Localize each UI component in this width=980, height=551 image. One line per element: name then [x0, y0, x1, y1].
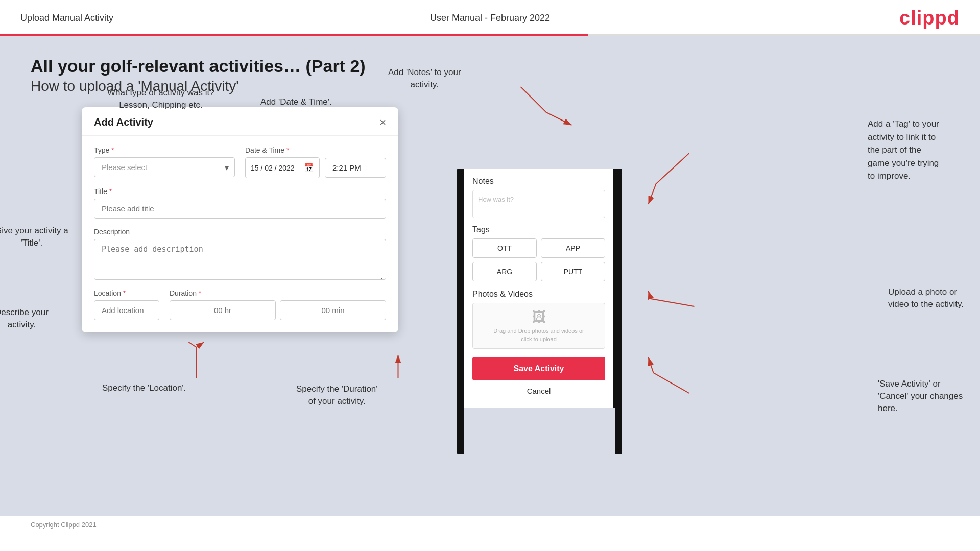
- dialog-header: Add Activity ×: [82, 107, 398, 136]
- tag-arg[interactable]: ARG: [472, 262, 537, 281]
- annotation-location: Specify the 'Location'.: [102, 383, 186, 393]
- location-label: Location *: [94, 289, 159, 297]
- location-group: Location *: [94, 289, 159, 320]
- phone-tags-label: Tags: [464, 225, 613, 238]
- tag-ott[interactable]: OTT: [472, 238, 537, 258]
- location-input[interactable]: [94, 300, 159, 320]
- calendar-icon: 📅: [304, 163, 314, 173]
- duration-required: *: [199, 289, 201, 297]
- type-label: Type *: [94, 146, 235, 154]
- annotation-title: Give your activity a 'Title'.: [0, 225, 68, 249]
- add-activity-dialog: Add Activity × Type * Please select: [82, 107, 398, 332]
- phone-upload-area[interactable]: 🖼 Drag and Drop photos and videos or cli…: [472, 303, 605, 349]
- description-textarea[interactable]: [94, 239, 386, 280]
- phone-upload-text: Drag and Drop photos and videos or click…: [493, 327, 584, 343]
- phone-panel: Notes How was it? Tags OTT APP ARG PUTT …: [464, 169, 615, 408]
- dialog-close-button[interactable]: ×: [379, 117, 386, 128]
- page-label: Upload Manual Activity: [20, 13, 113, 23]
- title-group: Title *: [94, 187, 386, 219]
- dialog-body: Type * Please select Date & Time * 15: [82, 136, 398, 332]
- title-row: Title *: [94, 187, 386, 219]
- tag-app[interactable]: APP: [541, 238, 605, 258]
- top-bar: Upload Manual Activity User Manual - Feb…: [0, 0, 980, 34]
- datetime-label: Date & Time *: [245, 146, 386, 154]
- description-group: Description: [94, 228, 386, 280]
- annotation-what-type: What type of activity was it? Lesson, Ch…: [107, 87, 214, 111]
- time-input[interactable]: [325, 158, 386, 178]
- phone-tags-grid: OTT APP ARG PUTT: [464, 238, 613, 290]
- description-label: Description: [94, 228, 386, 236]
- phone-photos-label: Photos & Videos: [464, 290, 613, 303]
- duration-min-input[interactable]: [280, 300, 386, 320]
- duration-label: Duration *: [170, 289, 386, 297]
- logo: clippd: [899, 7, 960, 29]
- tag-putt[interactable]: PUTT: [541, 262, 605, 281]
- duration-group: Duration *: [170, 289, 386, 320]
- dialog-title: Add Activity: [94, 116, 153, 128]
- type-datetime-row: Type * Please select Date & Time * 15: [94, 146, 386, 178]
- annotation-save: 'Save Activity' or 'Cancel' your changes…: [878, 378, 980, 414]
- cancel-button[interactable]: Cancel: [472, 387, 605, 399]
- phone-right-bar: [615, 169, 622, 454]
- date-time-wrapper: 15 / 02 / 2022 📅: [245, 157, 386, 178]
- title-input[interactable]: [94, 199, 386, 219]
- save-activity-button[interactable]: Save Activity: [472, 357, 605, 380]
- phone-notes-input[interactable]: How was it?: [472, 190, 605, 218]
- type-group: Type * Please select: [94, 146, 235, 178]
- phone-notes-label: Notes: [464, 169, 613, 190]
- duration-hr-input[interactable]: [170, 300, 276, 320]
- annotation-notes: Add 'Notes' to your activity.: [388, 66, 461, 91]
- upload-icon: 🖼: [532, 308, 546, 325]
- title-required: *: [109, 187, 112, 196]
- location-duration-row: Location * Duration *: [94, 289, 386, 320]
- main-content: All your golf-relevant activities… (Part…: [0, 36, 980, 516]
- type-select-wrapper: Please select: [94, 157, 235, 177]
- annotation-date-time: Add 'Date & Time'.: [260, 97, 332, 107]
- annotation-tag: Add a 'Tag' to your activity to link it …: [868, 117, 980, 183]
- datetime-required: *: [286, 146, 289, 154]
- phone-left-bar: [457, 169, 464, 454]
- location-required: *: [123, 289, 126, 297]
- type-required: *: [111, 146, 114, 154]
- duration-inputs: [170, 300, 386, 320]
- description-row: Description: [94, 228, 386, 280]
- type-select[interactable]: Please select: [94, 157, 235, 177]
- annotation-upload: Upload a photo or video to the activity.: [888, 286, 980, 310]
- date-input[interactable]: 15 / 02 / 2022 📅: [245, 157, 320, 178]
- manual-title: User Manual - February 2022: [430, 13, 550, 23]
- title-label: Title *: [94, 187, 386, 196]
- datetime-group: Date & Time * 15 / 02 / 2022 📅: [245, 146, 386, 178]
- page-title: All your golf-relevant activities… (Part…: [31, 56, 949, 76]
- annotation-duration: Specify the 'Duration' of your activity.: [296, 383, 378, 408]
- copyright: Copyright Clippd 2021: [0, 516, 980, 534]
- annotation-describe: Describe your activity.: [0, 306, 49, 331]
